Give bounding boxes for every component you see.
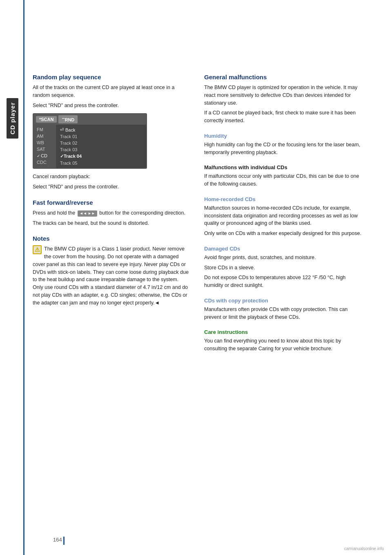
general-malfunctions-heading: General malfunctions [204,74,363,81]
cd-screen-header: *SCAN RND [33,114,146,125]
humidity-section: Humidity High humidity can fog the CD or… [204,133,363,157]
damaged-cds-heading: Damaged CDs [204,246,363,252]
ff-para1-text: Press and hold the [33,210,75,216]
menu-wb: WB [33,139,56,146]
menu-am: AM [33,133,56,139]
left-column: Random play sequence All of the tracks o… [33,74,192,539]
ff-para1-cont: button for the corresponding direction. [99,210,185,216]
page-indicator [63,537,65,545]
track-back: ⏎ Back [56,126,146,133]
cd-screen: *SCAN RND FM AM WB SAT CD CDC [33,113,147,169]
right-column: General malfunctions The BMW CD player i… [204,74,363,539]
care-instructions-section: Care instructions You can find everythin… [204,329,363,353]
fast-forward-section: Fast forward/reverse Press and hold the … [33,199,192,227]
general-malfunctions-section: General malfunctions The BMW CD player i… [204,74,363,125]
copy-protection-section: CDs with copy protection Manufacturers o… [204,298,363,321]
ff-button-icon: ◄◄ ►► [78,210,97,217]
notes-section: Notes ⚠ The BMW CD player is a Class 1 l… [33,235,192,307]
fast-forward-para1: Press and hold the ◄◄ ►► button for the … [33,209,192,217]
track-03: Track 03 [56,146,146,153]
rnd-tab: RND [58,115,78,123]
humidity-heading: Humidity [204,133,363,139]
random-play-section: Random play sequence All of the tracks o… [33,74,192,191]
care-instructions-para1: You can find everything you need to know… [204,337,363,353]
sidebar: CD player [0,0,24,555]
warning-icon: ⚠ [33,245,42,254]
random-play-para1: All of the tracks on the current CD are … [33,84,192,99]
cd-menu-left: FM AM WB SAT CD CDC [33,125,56,168]
damaged-cds-para1: Avoid finger prints, dust, scratches, an… [204,254,363,262]
damaged-cds-para2: Store CDs in a sleeve. [204,264,363,272]
random-play-para2: Select "RND" and press the controller. [33,102,192,110]
menu-fm: FM [33,126,56,133]
notes-heading: Notes [33,235,192,242]
track-04: ✓Track 04 [56,153,146,160]
general-malfunctions-para2: If a CD cannot be played back, first che… [204,109,363,125]
page-number: 164 [53,537,62,543]
notes-text: ⚠ The BMW CD player is a Class 1 laser p… [33,245,192,307]
copy-protection-para1: Manufacturers often provide CDs with cop… [204,306,363,321]
fast-forward-para2: The tracks can be heard, but the sound i… [33,219,192,227]
malfunctions-individual-para1: If malfunctions occur only with particul… [204,172,363,188]
copy-protection-heading: CDs with copy protection [204,298,363,304]
track-05: Track 05 [56,160,146,166]
humidity-para1: High humidity can fog the CD or the focu… [204,141,363,157]
menu-cdc: CDC [33,159,56,166]
general-malfunctions-para1: The BMW CD player is optimized for opera… [204,84,363,107]
fast-forward-heading: Fast forward/reverse [33,199,192,206]
watermark: carmanualsonline.info [344,546,384,551]
malfunctions-individual-section: Malfunctions with individual CDs If malf… [204,164,363,188]
home-recorded-para1: Malfunction sources in home-recorded CDs… [204,204,363,227]
menu-sat: SAT [33,146,56,152]
track-01: Track 01 [56,133,146,140]
damaged-cds-section: Damaged CDs Avoid finger prints, dust, s… [204,246,363,289]
damaged-cds-para3: Do not expose CDs to temperatures above … [204,274,363,289]
main-content: Random play sequence All of the tracks o… [24,0,392,555]
cd-screen-body: FM AM WB SAT CD CDC ⏎ Back Track 01 Trac… [33,125,146,168]
track-02: Track 02 [56,140,146,146]
random-play-heading: Random play sequence [33,74,192,81]
home-recorded-para2: Only write on CDs with a marker especial… [204,230,363,237]
malfunctions-individual-heading: Malfunctions with individual CDs [204,164,363,170]
cancel-text: Select "RND" and press the controller. [33,183,192,191]
sidebar-label: CD player [7,98,18,139]
home-recorded-section: Home-recorded CDs Malfunction sources in… [204,196,363,237]
cancel-label: Cancel random playback: [33,173,192,181]
care-instructions-heading: Care instructions [204,329,363,335]
notes-body: The BMW CD player is a Class 1 laser pro… [33,246,189,305]
cd-tracks: ⏎ Back Track 01 Track 02 Track 03 ✓Track… [56,125,146,168]
home-recorded-heading: Home-recorded CDs [204,196,363,202]
menu-cd: CD [33,152,56,159]
page-container: CD player Random play sequence All of th… [0,0,392,555]
scan-tab: *SCAN [36,116,57,123]
